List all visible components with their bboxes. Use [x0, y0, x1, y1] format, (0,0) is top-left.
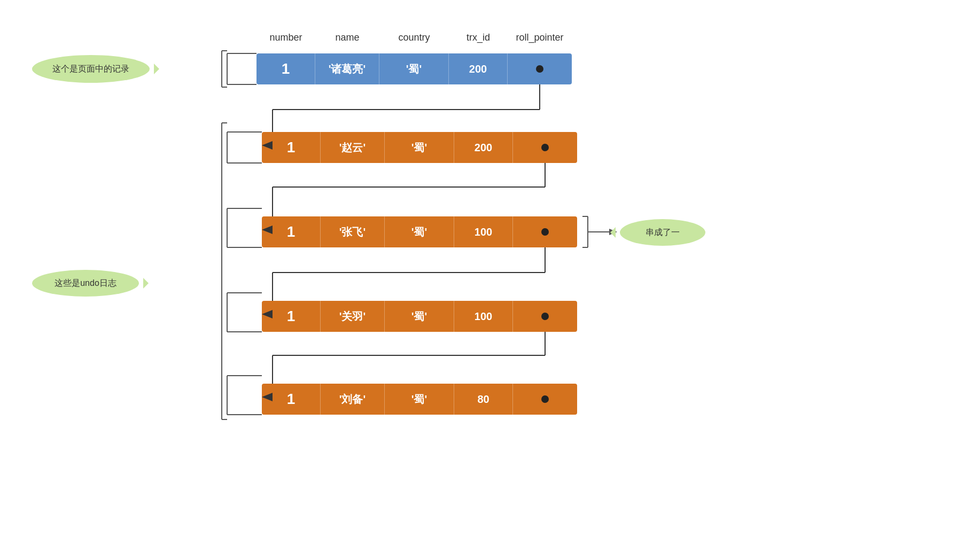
undo-row-0: 1 '赵云' '蜀' 200 [262, 132, 577, 163]
undo3-country: '蜀' [385, 384, 454, 415]
undo1-trx-id: 100 [454, 216, 513, 247]
undo3-dot [541, 395, 549, 403]
bubble-chain: 串成了一 [620, 219, 705, 246]
undo2-number: 1 [262, 301, 321, 332]
undo-row-3: 1 '刘备' '蜀' 80 [262, 384, 577, 415]
undo0-name: '赵云' [321, 132, 385, 163]
page-number: 1 [256, 53, 315, 84]
undo0-country: '蜀' [385, 132, 454, 163]
bubble-undo-log: 这些是undo日志 [32, 270, 139, 297]
undo2-dot [541, 313, 549, 320]
page-trx-id: 200 [449, 53, 508, 84]
undo1-country: '蜀' [385, 216, 454, 247]
undo2-name: '关羽' [321, 301, 385, 332]
undo1-roll-ptr [513, 216, 577, 247]
undo1-number: 1 [262, 216, 321, 247]
undo2-trx-id: 100 [454, 301, 513, 332]
undo2-roll-ptr [513, 301, 577, 332]
header-roll-pointer: roll_pointer [508, 32, 572, 43]
undo-row-1: 1 '张飞' '蜀' 100 [262, 216, 577, 247]
undo3-name: '刘备' [321, 384, 385, 415]
diagram: number name country trx_id roll_pointer … [0, 0, 964, 560]
undo2-country: '蜀' [385, 301, 454, 332]
undo1-name: '张飞' [321, 216, 385, 247]
undo0-roll-ptr [513, 132, 577, 163]
bubble-page-record: 这个是页面中的记录 [32, 55, 150, 83]
column-headers: number name country trx_id roll_pointer [256, 32, 572, 43]
undo1-dot [541, 228, 549, 236]
page-name: '诸葛亮' [315, 53, 379, 84]
bubble-page-record-label: 这个是页面中的记录 [52, 64, 129, 75]
undo3-trx-id: 80 [454, 384, 513, 415]
header-country: country [379, 32, 449, 43]
bubble-undo-log-label: 这些是undo日志 [55, 278, 116, 289]
bubble-chain-label: 串成了一 [646, 227, 680, 238]
undo-row-2: 1 '关羽' '蜀' 100 [262, 301, 577, 332]
page-record-row: 1 '诸葛亮' '蜀' 200 [256, 53, 572, 84]
undo0-number: 1 [262, 132, 321, 163]
undo0-trx-id: 200 [454, 132, 513, 163]
page-roll-ptr [508, 53, 572, 84]
header-name: name [315, 32, 379, 43]
header-number: number [256, 32, 315, 43]
page-dot [536, 65, 543, 73]
undo0-dot [541, 144, 549, 151]
header-trx-id: trx_id [449, 32, 508, 43]
undo3-number: 1 [262, 384, 321, 415]
undo3-roll-ptr [513, 384, 577, 415]
page-country: '蜀' [379, 53, 449, 84]
